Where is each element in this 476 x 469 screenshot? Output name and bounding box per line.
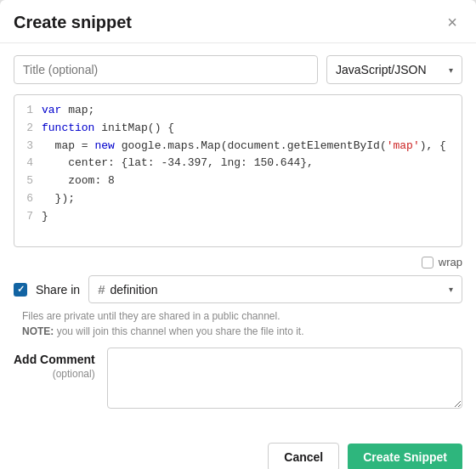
channel-inner: # definition xyxy=(98,282,157,297)
channel-name: definition xyxy=(110,283,158,297)
comment-label-group: Add Comment (optional) xyxy=(14,348,95,380)
checkmark-icon: ✓ xyxy=(17,284,25,295)
comment-textarea[interactable] xyxy=(107,348,462,409)
line-number: 2 xyxy=(14,120,42,138)
share-label: Share in xyxy=(36,283,80,297)
comment-label: Add Comment xyxy=(14,353,95,366)
top-row: JavaScript/JSON ▾ xyxy=(14,55,462,84)
create-snippet-modal: Create snippet × JavaScript/JSON ▾ 1 var… xyxy=(0,0,476,469)
comment-optional: (optional) xyxy=(53,368,95,380)
modal-footer: Cancel Create Snippet xyxy=(0,434,476,469)
modal-header: Create snippet × xyxy=(0,0,476,43)
create-snippet-button[interactable]: Create Snippet xyxy=(348,444,462,469)
title-input[interactable] xyxy=(14,55,318,84)
line-content: zoom: 8 xyxy=(42,172,115,190)
modal-body: JavaScript/JSON ▾ 1 var map; 2 function … xyxy=(0,43,476,434)
language-value: JavaScript/JSON xyxy=(336,63,427,76)
line-content: function initMap() { xyxy=(42,120,174,138)
line-number: 1 xyxy=(14,102,42,120)
language-chevron-icon: ▾ xyxy=(449,65,453,75)
line-number: 3 xyxy=(14,138,42,155)
modal-title: Create snippet xyxy=(14,13,132,32)
code-line-5: 5 zoom: 8 xyxy=(14,172,462,190)
line-number: 4 xyxy=(14,155,42,172)
share-info: Files are private until they are shared … xyxy=(22,308,462,339)
line-content: var map; xyxy=(42,102,94,120)
wrap-row: wrap xyxy=(14,256,462,268)
code-line-1: 1 var map; xyxy=(14,102,462,120)
line-content: map = new google.maps.Map(document.getEl… xyxy=(42,138,446,155)
cancel-button[interactable]: Cancel xyxy=(268,443,339,469)
language-select[interactable]: JavaScript/JSON ▾ xyxy=(326,55,462,84)
code-line-2: 2 function initMap() { xyxy=(14,120,462,138)
wrap-checkbox[interactable] xyxy=(422,257,434,268)
code-line-3: 3 map = new google.maps.Map(document.get… xyxy=(14,138,462,155)
share-info-line2: you will join this channel when you shar… xyxy=(57,325,304,337)
wrap-label: wrap xyxy=(439,256,462,268)
code-line-6: 6 }); xyxy=(14,190,462,208)
code-editor[interactable]: 1 var map; 2 function initMap() { 3 map … xyxy=(14,94,462,247)
channel-chevron-icon: ▾ xyxy=(449,285,453,294)
line-content: center: {lat: -34.397, lng: 150.644}, xyxy=(42,155,314,172)
line-content: } xyxy=(42,208,48,226)
share-checkbox[interactable]: ✓ xyxy=(14,283,27,297)
line-content: }); xyxy=(42,190,75,208)
channel-select[interactable]: # definition ▾ xyxy=(88,275,462,303)
comment-row: Add Comment (optional) xyxy=(14,348,462,409)
share-info-line1: Files are private until they are shared … xyxy=(22,310,280,322)
line-number: 5 xyxy=(14,172,42,190)
line-number: 6 xyxy=(14,190,42,208)
share-row: ✓ Share in # definition ▾ xyxy=(14,275,462,303)
share-info-note: NOTE: xyxy=(22,325,54,337)
line-number: 7 xyxy=(14,208,42,226)
hash-icon: # xyxy=(98,282,105,297)
code-line-7: 7 } xyxy=(14,208,462,226)
code-line-4: 4 center: {lat: -34.397, lng: 150.644}, xyxy=(14,155,462,172)
close-button[interactable]: × xyxy=(442,12,462,32)
